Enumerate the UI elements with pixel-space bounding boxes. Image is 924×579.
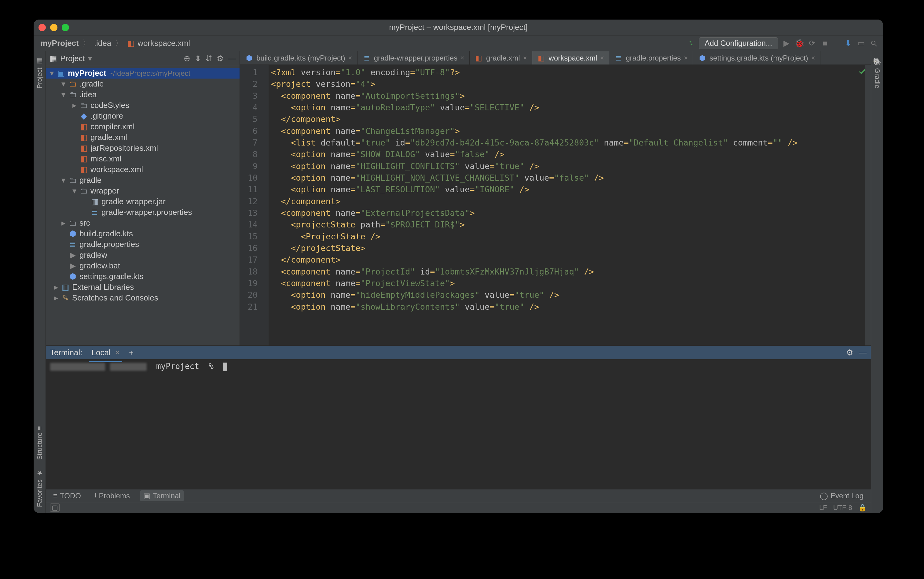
code-content[interactable]: <?xml version="1.0" encoding="UTF-8"?><p… [269,65,871,345]
tree-row[interactable]: ⬢settings.gradle.kts [46,271,240,282]
terminal-header: Terminal: Local × + ⚙ — [46,346,871,359]
tree-row[interactable]: ▾🗀wrapper [46,186,240,196]
fold-gutter[interactable] [261,65,269,345]
event-log-icon: ◯ [820,492,828,500]
close-icon[interactable]: × [115,348,120,357]
bottom-tool-todo[interactable]: ≡TODO [50,490,84,501]
build-icon[interactable] [686,39,694,48]
redacted-host [110,363,147,371]
editor-tab[interactable]: ⬢build.gradle.kts (myProject)× [240,51,358,64]
project-panel-header: ▦ Project ▾ ⊕ ⇕ ⇵ ⚙ — [46,51,240,66]
tree-row[interactable]: ▸✎Scratches and Consoles [46,293,240,303]
project-view-icon: ▦ [49,54,57,63]
navbar-tools: Add Configuration... ▶ 🐞 ⟳ ■ ⬇ ▭ [686,37,878,49]
tree-row[interactable]: ◧gradle.xml [46,132,240,143]
encoding-widget[interactable]: UTF-8 [833,504,852,512]
tree-row[interactable]: ≣gradle-wrapper.properties [46,207,240,218]
terminal-panel: Terminal: Local × + ⚙ — my [46,345,871,489]
terminal-tab[interactable]: Local × [89,346,122,359]
expand-all-icon[interactable]: ⇕ [195,54,201,63]
hide-panel-icon[interactable]: — [228,54,236,63]
project-panel: ▦ Project ▾ ⊕ ⇕ ⇵ ⚙ — [46,51,240,345]
terminal-cursor [223,363,227,371]
problems-icon: ! [95,492,96,500]
editor[interactable]: 123456789101112131415161718192021 <?xml … [240,65,871,345]
tool-structure[interactable]: Structure≡ [36,426,44,460]
terminal-output[interactable]: myProject % [46,359,871,489]
tree-row[interactable]: ⬢build.gradle.kts [46,228,240,239]
tree-row[interactable]: ▥gradle-wrapper.jar [46,196,240,207]
chevron-right-icon: 〉 [83,38,90,49]
close-icon[interactable]: × [523,54,527,62]
editor-area: ⬢build.gradle.kts (myProject)×≣gradle-wr… [240,51,871,345]
hide-terminal-icon[interactable]: — [859,348,867,357]
tree-root[interactable]: ▾ ▣ myProject ~/IdeaProjects/myProject [46,68,240,79]
stop-icon[interactable]: ■ [821,39,829,48]
tool-project[interactable]: Project▦ [36,57,44,88]
search-everywhere-icon[interactable] [870,39,878,48]
titlebar[interactable]: myProject – workspace.xml [myProject] [34,20,883,36]
editor-tabs: ⬢build.gradle.kts (myProject)×≣gradle-wr… [240,51,871,65]
editor-tab[interactable]: ◧workspace.xml× [532,51,610,64]
tree-row[interactable]: ▸🗀codeStyles [46,100,240,111]
close-icon[interactable]: × [348,54,352,62]
terminal-title: Terminal: [50,348,82,357]
tree-row[interactable]: ◧compiler.xml [46,121,240,132]
add-configuration-button[interactable]: Add Configuration... [699,37,778,49]
bottom-tool-terminal[interactable]: ▣Terminal [140,490,184,501]
gear-icon[interactable]: ⚙ [846,348,853,357]
tree-row[interactable]: ▶gradlew.bat [46,260,240,271]
terminal-icon: ▣ [143,492,150,500]
tree-row[interactable]: ▾🗀.gradle [46,79,240,89]
tree-row[interactable]: ▸▥External Libraries [46,282,240,293]
project-structure-icon[interactable]: ▭ [857,39,865,48]
add-terminal-button[interactable]: + [129,348,134,357]
tree-row[interactable]: ≣gradle.properties [46,239,240,250]
line-numbers-gutter: 123456789101112131415161718192021 [240,65,261,345]
debug-icon[interactable]: 🐞 [795,39,803,48]
tree-row[interactable]: ▾🗀.idea [46,89,240,100]
tool-favorites[interactable]: Favorites★ [36,469,44,507]
ide-window: myProject – workspace.xml [myProject] my… [34,20,883,513]
collapse-all-icon[interactable]: ⇵ [206,54,212,63]
svg-line-1 [875,44,877,46]
editor-tab[interactable]: ≣gradle-wrapper.properties× [358,51,470,64]
project-panel-title: Project [60,54,85,63]
close-icon[interactable]: × [684,54,688,62]
editor-tab[interactable]: ◧gradle.xml× [470,51,532,64]
tree-row[interactable]: ◧misc.xml [46,154,240,164]
tool-gradle[interactable]: 🐘Gradle [873,57,881,88]
dropdown-icon[interactable]: ▾ [88,54,92,63]
window-title: myProject – workspace.xml [myProject] [34,23,883,32]
tree-row[interactable]: ◧jarRepositories.xml [46,143,240,154]
close-icon[interactable]: × [811,54,815,62]
run-icon[interactable]: ▶ [782,39,791,48]
module-icon: ▣ [57,70,65,77]
bottom-tool-stripe: ≡TODO!Problems▣Terminal ◯ Event Log [46,489,871,502]
tree-row[interactable]: ▸🗀src [46,218,240,228]
select-opened-file-icon[interactable]: ⊕ [184,54,190,63]
breadcrumb-item[interactable]: .idea [92,37,113,49]
breadcrumb-item[interactable]: ◧ workspace.xml [125,37,192,49]
update-vcs-icon[interactable]: ⬇ [844,39,852,48]
close-icon[interactable]: × [460,54,464,62]
editor-tab[interactable]: ⬢settings.gradle.kts (myProject)× [693,51,820,64]
event-log-button[interactable]: ◯ Event Log [817,490,867,501]
breadcrumb: myProject 〉 .idea 〉 ◧ workspace.xml [39,37,192,49]
breadcrumb-item[interactable]: myProject [39,37,81,49]
status-hint-icon[interactable]: ▢ [50,504,60,512]
tree-row[interactable]: ▾🗀gradle [46,175,240,186]
coverage-icon[interactable]: ⟳ [808,39,816,48]
gear-icon[interactable]: ⚙ [217,54,224,63]
editor-tab[interactable]: ≣gradle.properties× [609,51,693,64]
lock-icon[interactable]: 🔒 [858,504,867,512]
close-icon[interactable]: × [600,54,604,62]
bottom-tool-problems[interactable]: !Problems [91,490,133,501]
tree-row[interactable]: ◆.gitignore [46,111,240,121]
tree-row[interactable]: ◧workspace.xml [46,164,240,175]
line-separator-widget[interactable]: LF [819,504,827,512]
todo-icon: ≡ [53,492,57,500]
editor-scrollbar[interactable] [865,65,871,345]
project-tree[interactable]: ▾ ▣ myProject ~/IdeaProjects/myProject ▾… [46,66,240,345]
tree-row[interactable]: ▶gradlew [46,250,240,260]
